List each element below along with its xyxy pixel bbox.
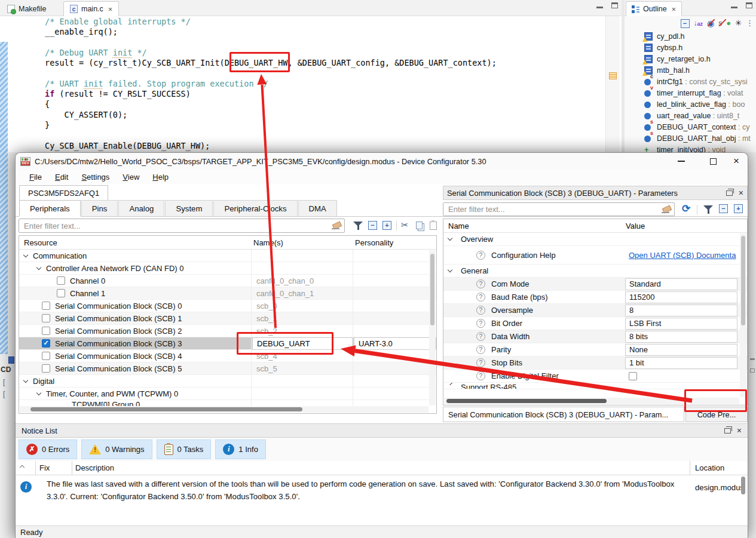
menu-view[interactable]: View <box>116 173 146 182</box>
parameters-filter-input[interactable] <box>443 202 675 216</box>
checkbox-checked[interactable] <box>42 339 50 348</box>
parameters-panel-header[interactable]: Serial Communication Block (SCB) 3 (DEBU… <box>443 186 748 200</box>
params-vscrollbar[interactable] <box>740 233 746 397</box>
menu-settings[interactable]: Settings <box>75 173 116 182</box>
outline-item[interactable]: led_blink_active_flag : boo <box>625 99 756 110</box>
hide-inactive-icon[interactable]: ◉ <box>707 19 714 28</box>
resource-row[interactable]: Serial Communication Block (SCB) 1scb_1 <box>19 312 436 325</box>
badge-0-tasks[interactable]: 0 Tasks <box>157 439 212 459</box>
checkbox[interactable] <box>42 364 50 373</box>
badge-0-warnings[interactable]: 0 Warnings <box>81 439 152 459</box>
value-cell[interactable]: Standard <box>625 278 737 290</box>
maximize-button[interactable] <box>710 153 717 170</box>
column-names[interactable]: Name(s) <box>253 238 283 247</box>
resource-row[interactable]: Serial Communication Block (SCB) 5scb_5 <box>19 362 436 375</box>
help-icon[interactable]: ? <box>476 358 485 367</box>
collapse-all-icon[interactable]: − <box>681 19 690 28</box>
tab-peripherals[interactable]: Peripherals <box>19 200 81 216</box>
enable-digital-filter-checkbox[interactable] <box>629 372 637 380</box>
parameter-row[interactable]: ?Oversample8 <box>443 304 747 317</box>
resource-vscrollbar[interactable] <box>429 250 436 405</box>
resource-row[interactable]: Communication <box>19 250 436 262</box>
parameter-row[interactable]: ?Data Width8 bits <box>443 330 747 343</box>
outline-item[interactable]: cybsp.h <box>625 42 756 53</box>
expander-icon[interactable] <box>36 390 41 395</box>
column-name[interactable]: Name <box>448 222 469 230</box>
help-icon[interactable]: ? <box>476 371 485 380</box>
parameter-row[interactable]: ?Com ModeStandard <box>443 278 747 291</box>
hide-static-icon[interactable]: s <box>718 19 722 28</box>
resource-row[interactable]: Serial Communication Block (SCB) 0scb_0 <box>19 300 436 312</box>
parameter-row[interactable]: ?Enable Digital Filter <box>443 370 747 383</box>
close-panel-icon[interactable]: × <box>739 188 743 198</box>
parameter-group-row[interactable]: General <box>443 265 747 278</box>
hide-non-public-icon[interactable]: ● <box>726 19 731 28</box>
outline-item[interactable]: cy_retarget_io.h <box>625 53 756 64</box>
help-icon[interactable]: ? <box>476 251 485 260</box>
close-button[interactable]: × <box>733 153 739 170</box>
tab-peripheral-clocks[interactable]: Peripheral-Clocks <box>213 200 297 216</box>
expander-icon[interactable] <box>36 265 41 269</box>
resource-row[interactable]: Serial Communication Block (SCB) 3DEBUG_… <box>19 337 436 350</box>
close-notice-icon[interactable]: × <box>737 426 742 435</box>
hide-fields-icon[interactable]: ✳ <box>735 19 742 28</box>
value-cell[interactable]: LSB First <box>625 318 737 330</box>
help-icon[interactable]: ? <box>476 279 485 288</box>
outline-minmax-controls[interactable] <box>731 2 752 8</box>
badge-0-errors[interactable]: ✗0 Errors <box>19 439 77 459</box>
minimize-outline-icon[interactable] <box>731 7 737 8</box>
outline-item[interactable]: mtb_hal.h <box>625 64 756 76</box>
code-editor[interactable]: /* Enable global interrupts */__enable_i… <box>0 16 622 152</box>
parameters-footer-tab[interactable]: Serial Communication Block (SCB) 3 (DEBU… <box>443 407 684 422</box>
clear-params-filter-icon[interactable] <box>662 207 671 213</box>
resource-row[interactable]: Controller Area Network FD (CAN FD) 0 <box>19 262 436 275</box>
outline-item[interactable]: cintrCfg1 : const cy_stc_sysi <box>625 76 756 87</box>
name-cell[interactable]: scb_5 <box>252 362 353 375</box>
menu-help[interactable]: Help <box>146 173 175 182</box>
close-tab-icon[interactable]: × <box>108 5 113 14</box>
checkbox[interactable] <box>57 276 65 285</box>
column-location[interactable]: Location <box>695 463 724 472</box>
maximize-outline-icon[interactable] <box>746 2 752 8</box>
expander-icon[interactable] <box>448 268 452 272</box>
value-cell[interactable]: 8 <box>625 305 737 316</box>
params-filter-icon[interactable] <box>703 205 713 214</box>
parameter-row[interactable]: ?ParityNone <box>443 343 747 356</box>
help-icon[interactable]: ? <box>476 345 485 354</box>
tab-outline[interactable]: Outline × <box>626 1 682 16</box>
outline-item[interactable]: sDEBUG_UART_hal_obj : mt <box>625 133 756 144</box>
sort-indicator[interactable] <box>20 462 24 471</box>
tab-system[interactable]: System <box>165 200 213 216</box>
float-notice-icon[interactable] <box>724 428 731 434</box>
notice-vscrollbar[interactable] <box>740 475 746 503</box>
parameters-table-header[interactable]: Name Value <box>443 219 747 233</box>
outline-item[interactable]: cy_pdl.h <box>625 30 756 42</box>
expand-tree-icon[interactable]: + <box>382 221 391 230</box>
resource-table-header[interactable]: Resource Name(s) Personality <box>19 236 436 250</box>
close-outline-icon[interactable]: × <box>672 5 677 14</box>
parameter-row[interactable]: ?Stop Bits1 bit <box>443 356 747 370</box>
collapse-params-icon[interactable]: − <box>719 204 728 213</box>
value-cell[interactable]: 1 bit <box>625 357 737 369</box>
minimize-button[interactable] <box>678 153 685 170</box>
paste-icon[interactable] <box>430 222 437 230</box>
resource-row[interactable]: Channel 0canfd_0_chan_0 <box>19 275 436 287</box>
titlebar[interactable]: C:/Users/DC/mtw2/Hello_World_PSOC_C3/bsp… <box>16 153 748 170</box>
checkbox[interactable] <box>42 302 50 310</box>
tab-analog[interactable]: Analog <box>118 200 164 216</box>
menu-edit[interactable]: Edit <box>48 173 75 182</box>
help-icon[interactable]: ? <box>476 306 485 315</box>
name-cell[interactable]: canfd_0_chan_1 <box>252 287 353 300</box>
value-cell[interactable]: 115200 <box>625 291 737 303</box>
parameter-group-row[interactable]: Overview <box>443 233 747 246</box>
expand-params-icon[interactable]: + <box>734 204 743 213</box>
maximize-view-icon[interactable] <box>611 2 618 8</box>
cut-icon[interactable]: ✂ <box>401 220 409 230</box>
clear-filter-icon[interactable] <box>332 223 341 229</box>
checkbox[interactable] <box>57 289 65 297</box>
expander-icon[interactable] <box>448 236 452 241</box>
name-cell[interactable]: scb_1 <box>252 312 353 325</box>
resource-row[interactable]: Serial Communication Block (SCB) 4scb_4 <box>19 350 436 362</box>
column-resource[interactable]: Resource <box>24 238 57 247</box>
value-cell[interactable]: 8 bits <box>625 331 737 343</box>
